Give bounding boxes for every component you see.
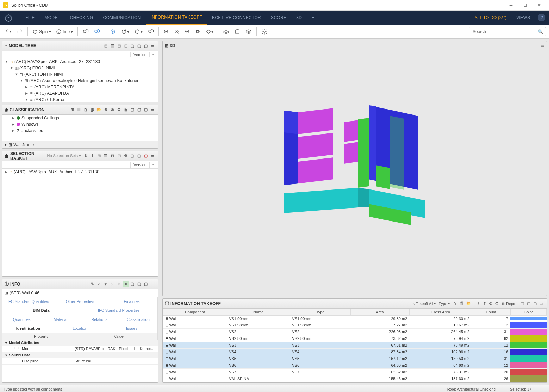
class-row[interactable]: ▶Suspended Ceilings xyxy=(2,115,158,121)
takeoff-copy-icon[interactable]: 🗐 xyxy=(458,301,465,306)
table-row[interactable]: ⊞ WallVS6VS664.60 m264.60 m212 xyxy=(163,362,547,369)
class-footer-arrow[interactable]: ▶ xyxy=(5,143,7,147)
menu-communication[interactable]: COMMUNICATION xyxy=(98,11,145,25)
info-box2-icon[interactable]: ▢ xyxy=(136,281,142,287)
basket-tool-4[interactable]: ☰ xyxy=(102,153,109,159)
cube-drop-icon[interactable]: ▾ xyxy=(132,27,145,36)
tab-issues[interactable]: Issues xyxy=(106,324,158,333)
info-box1-icon[interactable]: ▢ xyxy=(129,281,136,287)
isolate-icon[interactable]: ▾ xyxy=(119,27,131,36)
table-row[interactable]: ⊞ WallVS2VS2226.05 m2264.45 m231 xyxy=(163,329,547,335)
zoom-in-icon[interactable] xyxy=(172,27,182,36)
tree-row[interactable]: ▶≡(ARC) ALAPOHJA xyxy=(2,90,158,97)
markup-icon[interactable] xyxy=(232,27,243,36)
class-tool-7[interactable]: 👁 xyxy=(109,107,116,113)
takeoff-all-button[interactable]: ⌂ Takeoff All ▾ xyxy=(411,300,438,306)
transparent-icon[interactable] xyxy=(145,27,156,36)
3d-viewport[interactable]: ⊞3D ▭ xyxy=(162,41,547,296)
class-tool-9[interactable]: 🗎 xyxy=(123,107,129,113)
tab-identification[interactable]: Identification xyxy=(2,324,54,333)
takeoff-del-icon[interactable]: ⊗ xyxy=(488,300,494,306)
column-name[interactable]: Name xyxy=(227,309,290,316)
table-row[interactable]: ⊞ WallVS1 98mmVS1 98mm7.27 m210.67 m22 xyxy=(163,322,547,329)
cube-solid-icon[interactable] xyxy=(107,27,118,36)
takeoff-open-icon[interactable]: 📂 xyxy=(465,300,473,306)
measure-icon[interactable]: ▾ xyxy=(204,27,216,36)
tree-row[interactable]: ▶≡(ARC) MERENPINTA xyxy=(2,84,158,90)
tab-relations[interactable]: Relations xyxy=(80,315,119,324)
basket-tool-1[interactable]: ⬇ xyxy=(82,153,89,159)
class-tool-10[interactable]: ▢ xyxy=(129,107,136,113)
undo-button[interactable] xyxy=(3,27,14,36)
table-row[interactable]: ⊞ WallVS4VS487.34 m2102.96 m216 xyxy=(163,349,547,355)
class-tool-6[interactable]: ⊗ xyxy=(102,107,109,113)
tab-classification[interactable]: Classification xyxy=(119,315,158,324)
tree-tool-8[interactable]: ▭ xyxy=(149,43,156,49)
settings-icon[interactable] xyxy=(259,27,270,36)
column-gross-area[interactable]: Gross Area xyxy=(409,309,472,316)
section-icon[interactable] xyxy=(221,27,231,36)
class-tool-13[interactable]: ▭ xyxy=(149,107,156,113)
tree-tool-6[interactable]: ▢ xyxy=(136,43,142,49)
takeoff-up-icon[interactable]: ⬆ xyxy=(482,300,488,306)
all-todo-button[interactable]: ALL TO-DO (2/7) xyxy=(470,15,511,20)
basket-tree[interactable]: ▶⌂(ARC) RAVA3pro_ARK_Archicad_27_231130 xyxy=(2,169,158,175)
tree-row[interactable]: ▼⌂(ARC) RAVA3pro_ARK_Archicad_27_231130 xyxy=(2,58,158,65)
info-box3-icon[interactable]: ▢ xyxy=(143,281,149,287)
table-row[interactable]: ⊞ WallVS5VS5157.12 m2180.50 m231 xyxy=(163,355,547,362)
column-count[interactable]: Count xyxy=(472,309,510,316)
takeoff-box1-icon[interactable]: ▢ xyxy=(519,300,525,306)
menu-3d[interactable]: 3D xyxy=(291,11,307,25)
class-tool-4[interactable]: 🗐 xyxy=(89,107,95,113)
info-button[interactable]: Info ▾ xyxy=(54,27,75,36)
info-drop-icon[interactable]: ▾ xyxy=(102,281,109,287)
column-area[interactable]: Area xyxy=(351,309,409,316)
layers-icon[interactable] xyxy=(243,27,254,36)
takeoff-box3-icon[interactable]: ▢ xyxy=(532,300,538,306)
tree-tool-3[interactable]: ⊟ xyxy=(116,43,122,49)
info-max-icon[interactable]: ▭ xyxy=(149,281,156,287)
class-tool-1[interactable]: ⊞ xyxy=(69,107,75,113)
basket-tool-3[interactable]: ⊞ xyxy=(96,153,102,159)
zoom-fit-icon[interactable] xyxy=(161,27,171,36)
menu-model[interactable]: MODEL xyxy=(40,11,65,25)
info-down-icon[interactable]: ▾ xyxy=(116,281,122,287)
tree-tool-7[interactable]: ▢ xyxy=(143,43,149,49)
column-type[interactable]: Type xyxy=(290,309,351,316)
column-component[interactable]: Component xyxy=(163,309,227,316)
tab-favorites[interactable]: Favorites xyxy=(106,297,158,306)
basket-tool-2[interactable]: ⬆ xyxy=(89,153,95,159)
takeoff-report-button[interactable]: 🗎 Report xyxy=(500,301,519,306)
views-button[interactable]: VIEWS xyxy=(511,15,535,20)
add-tab-button[interactable]: + xyxy=(307,15,319,20)
menu-checking[interactable]: CHECKING xyxy=(65,11,98,25)
zoom-out-icon[interactable] xyxy=(182,27,192,36)
class-tool-12[interactable]: ▢ xyxy=(143,107,149,113)
tab-location[interactable]: Location xyxy=(54,324,106,333)
basket-tool-9[interactable]: ▢ xyxy=(136,153,142,159)
spin-button[interactable]: Spin ▾ xyxy=(30,27,53,36)
classification-tree[interactable]: Stairs▶Suspended Ceilings▶Windows▶?Uncla… xyxy=(2,115,158,141)
minimize-button[interactable]: ─ xyxy=(504,0,518,11)
menu-score[interactable]: SCORE xyxy=(266,11,291,25)
tree-tool-1[interactable]: ⊞ xyxy=(102,43,109,49)
tree-row[interactable]: ▼▥(ARC) PROJ. NIMI xyxy=(2,65,158,71)
table-row[interactable]: ⊞ WallVÄLISEINÄ155.46 m2157.60 m226 xyxy=(163,375,547,382)
tree-row[interactable]: ▼≡(ARC) 01.Kerros xyxy=(2,97,158,102)
basket-row-arrow[interactable]: ▶ xyxy=(4,170,8,174)
tab-quantities[interactable]: Quantities xyxy=(2,315,41,324)
cube-wire-icon[interactable] xyxy=(92,27,102,36)
tab-material[interactable]: Material xyxy=(41,315,80,324)
basket-tool-11[interactable]: ▭ xyxy=(149,153,156,159)
takeoff-down-icon[interactable]: ⬇ xyxy=(476,300,482,306)
class-tool-5[interactable]: 📂 xyxy=(96,107,102,113)
tree-tool-2[interactable]: ☰ xyxy=(109,43,116,49)
tree-row[interactable]: ▼⊞(ARC) Asunto-osakeyhtiö Helsingin Ison… xyxy=(2,77,158,84)
basket-tool-7[interactable]: ⚙ xyxy=(123,153,129,159)
tab-ifc-standard-properties[interactable]: IFC Standard Properties xyxy=(80,306,158,315)
basket-link-icon[interactable]: ⚭ xyxy=(150,162,156,168)
class-tool-8[interactable]: ⚙ xyxy=(116,107,122,113)
info-sort-icon[interactable]: ⇅ xyxy=(89,281,95,287)
cube-multi-icon[interactable] xyxy=(80,27,91,36)
class-row[interactable]: ▶Windows xyxy=(2,121,158,127)
